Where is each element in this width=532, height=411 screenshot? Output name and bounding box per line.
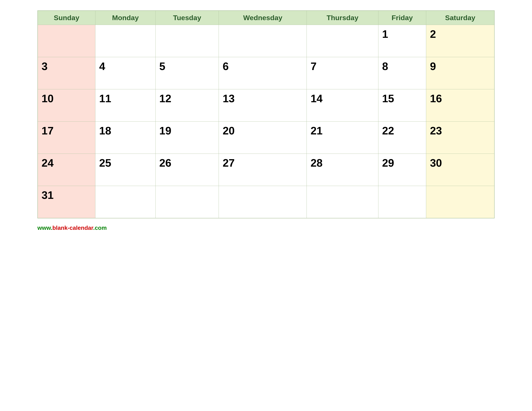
calendar-cell: 14 <box>307 89 378 122</box>
calendar-cell: 16 <box>426 89 494 122</box>
calendar-row: 17181920212223 <box>38 122 494 154</box>
footer-prefix: www. <box>38 225 52 231</box>
calendar-cell: 28 <box>307 154 378 186</box>
calendar-cell <box>155 25 219 57</box>
calendar-cell: 30 <box>426 154 494 186</box>
calendar-table: SundayMondayTuesdayWednesdayThursdayFrid… <box>38 10 494 218</box>
calendar-cell <box>307 186 378 218</box>
calendar-cell: 18 <box>95 122 155 154</box>
footer-link[interactable]: www.blank-calendar.com <box>38 225 107 231</box>
calendar-body: 1234567891011121314151617181920212223242… <box>38 25 494 218</box>
calendar-cell: 5 <box>155 57 219 89</box>
calendar-cell <box>378 186 426 218</box>
calendar-cell: 22 <box>378 122 426 154</box>
calendar-cell <box>95 25 155 57</box>
calendar-cell: 21 <box>307 122 378 154</box>
calendar-cell: 9 <box>426 57 494 89</box>
calendar-cell: 11 <box>95 89 155 122</box>
calendar-row: 12 <box>38 25 494 57</box>
calendar-header: SundayMondayTuesdayWednesdayThursdayFrid… <box>38 10 494 25</box>
calendar-cell: 17 <box>38 122 95 154</box>
calendar-row: 24252627282930 <box>38 154 494 186</box>
page-wrapper: SundayMondayTuesdayWednesdayThursdayFrid… <box>38 8 494 231</box>
calendar-cell <box>307 25 378 57</box>
header-cell-sunday: Sunday <box>38 10 95 25</box>
footer-suffix: .com <box>93 225 107 231</box>
calendar-cell: 2 <box>426 25 494 57</box>
calendar-cell: 4 <box>95 57 155 89</box>
calendar-cell: 23 <box>426 122 494 154</box>
calendar-cell: 19 <box>155 122 219 154</box>
calendar-cell: 8 <box>378 57 426 89</box>
header-cell-tuesday: Tuesday <box>155 10 219 25</box>
calendar-cell <box>155 186 219 218</box>
calendar-row: 31 <box>38 186 494 218</box>
header-cell-thursday: Thursday <box>307 10 378 25</box>
calendar-cell: 20 <box>219 122 307 154</box>
calendar-cell: 25 <box>95 154 155 186</box>
calendar-cell: 12 <box>155 89 219 122</box>
calendar-row: 10111213141516 <box>38 89 494 122</box>
calendar-cell: 15 <box>378 89 426 122</box>
calendar-cell: 1 <box>378 25 426 57</box>
calendar-cell: 29 <box>378 154 426 186</box>
calendar-cell: 10 <box>38 89 95 122</box>
calendar-cell: 31 <box>38 186 95 218</box>
header-cell-wednesday: Wednesday <box>219 10 307 25</box>
footer-site: blank-calendar <box>52 225 93 231</box>
calendar-cell <box>38 25 95 57</box>
header-cell-friday: Friday <box>378 10 426 25</box>
calendar-cell <box>219 25 307 57</box>
calendar-cell <box>219 186 307 218</box>
calendar-cell: 3 <box>38 57 95 89</box>
calendar-cell: 27 <box>219 154 307 186</box>
header-cell-saturday: Saturday <box>426 10 494 25</box>
calendar-cell: 24 <box>38 154 95 186</box>
calendar-row: 3456789 <box>38 57 494 89</box>
footer: www.blank-calendar.com <box>38 225 494 231</box>
calendar-cell: 13 <box>219 89 307 122</box>
header-cell-monday: Monday <box>95 10 155 25</box>
calendar-cell: 6 <box>219 57 307 89</box>
calendar-cell: 26 <box>155 154 219 186</box>
calendar-cell <box>426 186 494 218</box>
header-row: SundayMondayTuesdayWednesdayThursdayFrid… <box>38 10 494 25</box>
calendar-cell <box>95 186 155 218</box>
calendar-cell: 7 <box>307 57 378 89</box>
